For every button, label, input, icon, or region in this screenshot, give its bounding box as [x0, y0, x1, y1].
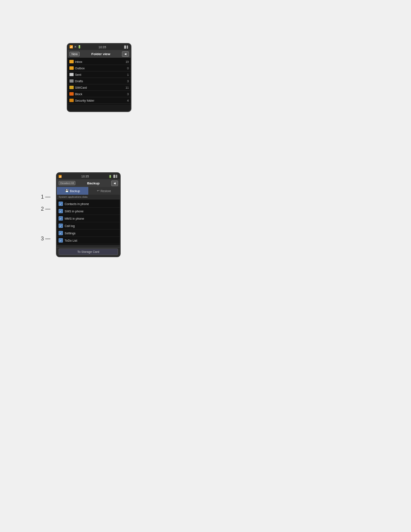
- folder-icon-security: [69, 99, 74, 102]
- checklist: Contacts in phone SMS in phone MMS in ph…: [57, 199, 120, 245]
- list-item[interactable]: MMS in phone: [57, 215, 120, 222]
- list-item[interactable]: Block 3: [68, 91, 131, 97]
- list-item[interactable]: Sent 1: [68, 72, 131, 78]
- wifi-icon: 📶: [69, 45, 73, 49]
- wifi-icon-2: 📶: [59, 175, 62, 178]
- folder-list: Inbox 19 Outbox 0 Sent 1: [68, 58, 131, 105]
- annotations: 1 — 2 — 3 —: [41, 194, 52, 242]
- section-header: System applications data: [57, 195, 120, 199]
- title-bar-1: New Folder view ◄: [68, 50, 131, 58]
- folder-name-drafts: Drafts: [75, 80, 83, 83]
- screen1-bottom-bar: [68, 105, 131, 111]
- folder-name-outbox: Outbox: [75, 67, 85, 70]
- deselect-all-button[interactable]: Deselect All: [59, 181, 75, 185]
- annotation-number-3: 3 —: [41, 236, 50, 242]
- list-item[interactable]: Inbox 19: [68, 59, 131, 65]
- signal-bars: ▐▌▌: [123, 46, 129, 48]
- status-icons-left-2: 📶: [59, 175, 62, 178]
- check-label-todo: ToDo List: [65, 239, 77, 242]
- storage-btn-container: To Storage Card: [57, 247, 120, 256]
- list-item[interactable]: SMS in phone: [57, 208, 120, 215]
- signal-icon: ✕: [74, 45, 77, 49]
- folder-count-simcard: 11: [125, 86, 129, 89]
- phone-screen-1: 📶 ✕ 🔋 10:35 ▐▌▌ New Folder view ◄ Inbox …: [67, 43, 131, 112]
- folder-count-inbox: 19: [125, 60, 129, 63]
- back-button-2[interactable]: ◄: [111, 180, 118, 186]
- checkbox-mms[interactable]: [59, 216, 63, 221]
- list-item[interactable]: ToDo List: [57, 237, 120, 244]
- folder-icon-inbox: [69, 60, 74, 63]
- backup-tab-icon: 💾: [65, 189, 69, 193]
- folder-icon-outbox: [69, 66, 74, 70]
- tab-restore-label: Restore: [100, 190, 111, 193]
- folder-count-drafts: 3: [127, 80, 129, 83]
- to-storage-card-button[interactable]: To Storage Card: [59, 249, 118, 255]
- screen2-backup: 📶 10:35 🔋 ▐▌▌ Deselect All Backup ◄ 💾 Ba…: [56, 172, 121, 257]
- backup-title-bar: Deselect All Backup ◄: [57, 179, 120, 187]
- backup-title-text: Backup: [87, 181, 100, 185]
- folder-icon-drafts: [69, 79, 74, 83]
- status-time-1: 10:35: [99, 46, 106, 49]
- annotation-number-1: 1 —: [41, 194, 50, 200]
- folder-name-inbox: Inbox: [75, 60, 82, 63]
- folder-view-title: Folder view: [91, 52, 110, 56]
- check-label-mms: MMS in phone: [65, 217, 84, 220]
- screen2-section: 1 — 2 — 3 — 📶 10:35 🔋 ▐▌▌: [41, 172, 121, 257]
- screen1-folder-view: 📶 ✕ 🔋 10:35 ▐▌▌ New Folder view ◄ Inbox …: [67, 43, 131, 112]
- check-label-contacts: Contacts in phone: [65, 202, 89, 205]
- folder-count-security: 4: [127, 99, 129, 102]
- check-label-sms: SMS in phone: [65, 210, 84, 213]
- battery-icon: 🔋: [78, 45, 81, 49]
- signal-bars-2: ▐▌▌: [112, 175, 118, 177]
- tab-restore[interactable]: ↩ Restore: [88, 187, 120, 195]
- folder-icon-simcard: [69, 86, 74, 89]
- list-item[interactable]: Security folder 4: [68, 97, 131, 104]
- folder-count-block: 3: [127, 93, 129, 96]
- annotation-3: 3 —: [41, 236, 52, 242]
- list-item[interactable]: Call log: [57, 222, 120, 230]
- checkbox-contacts[interactable]: [59, 202, 63, 206]
- tab-backup-label: Backup: [70, 190, 80, 193]
- checkbox-todo[interactable]: [59, 238, 63, 243]
- back-button-1[interactable]: ◄: [122, 51, 129, 57]
- list-item[interactable]: Drafts 3: [68, 78, 131, 84]
- restore-tab-icon: ↩: [97, 189, 100, 193]
- list-item[interactable]: Contacts in phone: [57, 200, 120, 208]
- folder-name-simcard: SIMCard: [75, 86, 87, 89]
- status-time-2: 10:35: [81, 175, 89, 178]
- checkbox-settings[interactable]: [59, 231, 63, 235]
- phone-screen-2: 📶 10:35 🔋 ▐▌▌ Deselect All Backup ◄ 💾 Ba…: [56, 172, 121, 257]
- checkbox-sms[interactable]: [59, 209, 63, 213]
- folder-name-security: Security folder: [75, 99, 94, 102]
- battery-icon-2: 🔋: [109, 175, 112, 178]
- folder-icon-sent: [69, 73, 74, 76]
- annotation-number-2: 2 —: [41, 206, 50, 212]
- folder-icon-block: [69, 92, 74, 96]
- folder-count-outbox: 0: [127, 67, 129, 70]
- status-icons-right-2: 🔋 ▐▌▌: [109, 175, 118, 178]
- list-item[interactable]: Settings: [57, 230, 120, 237]
- folder-name-block: Block: [75, 93, 82, 96]
- status-bar-1: 📶 ✕ 🔋 10:35 ▐▌▌: [68, 44, 131, 50]
- status-icons-left: 📶 ✕ 🔋: [69, 45, 81, 49]
- folder-count-sent: 1: [127, 73, 129, 76]
- tab-backup[interactable]: 💾 Backup: [57, 187, 88, 195]
- status-icons-right: ▐▌▌: [123, 46, 129, 48]
- check-label-calllog: Call log: [65, 224, 75, 227]
- status-bar-2: 📶 10:35 🔋 ▐▌▌: [57, 173, 120, 179]
- list-item[interactable]: SIMCard 11: [68, 84, 131, 91]
- annotation-1: 1 —: [41, 194, 52, 200]
- check-label-settings: Settings: [65, 232, 75, 235]
- folder-name-sent: Sent: [75, 73, 81, 76]
- backup-tabs: 💾 Backup ↩ Restore: [57, 187, 120, 195]
- new-button[interactable]: New: [69, 52, 80, 56]
- list-item[interactable]: Outbox 0: [68, 65, 131, 72]
- annotation-2: 2 —: [41, 206, 52, 212]
- checkbox-calllog[interactable]: [59, 224, 63, 228]
